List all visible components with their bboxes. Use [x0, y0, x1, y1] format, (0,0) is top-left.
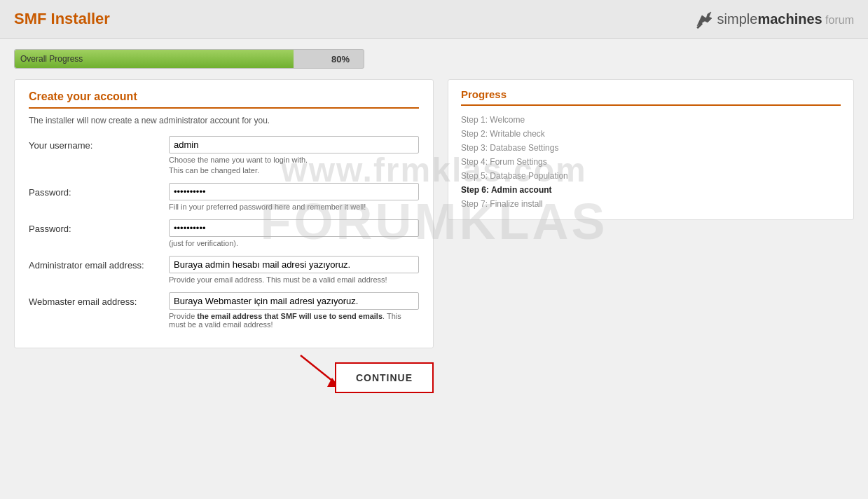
- password2-field-container: (just for verification).: [169, 219, 419, 247]
- progress-bar: Overall Progress 80%: [14, 49, 364, 69]
- password1-input[interactable]: [169, 183, 419, 200]
- step-6: Step 6: Admin account: [461, 183, 841, 197]
- two-col-layout: Create your account The installer will n…: [14, 79, 854, 400]
- step-3: Step 3: Database Settings: [461, 141, 841, 155]
- main-container: www.frmklas.com FORUMKLAS Overall Progre…: [0, 39, 868, 499]
- step-4: Step 4: Forum Settings: [461, 155, 841, 169]
- password1-field-container: Fill in your preferred password here and…: [169, 183, 419, 211]
- step-7: Step 7: Finalize install: [461, 197, 841, 211]
- admin-email-hint: Provide your email address. This must be…: [169, 275, 419, 284]
- webmaster-email-row: Webmaster email address: Provide the ema…: [29, 292, 419, 329]
- create-account-section: Create your account The installer will n…: [14, 79, 434, 348]
- progress-bar-section: Overall Progress 80%: [14, 49, 854, 69]
- step-5: Step 5: Database Population: [461, 169, 841, 183]
- password2-hint: (just for verification).: [169, 239, 419, 247]
- footer-actions: CONTINUE: [14, 362, 434, 400]
- username-input[interactable]: [169, 136, 419, 153]
- password1-label: Password:: [29, 183, 169, 198]
- svg-line-2: [301, 355, 336, 383]
- progress-label: Overall Progress: [20, 54, 83, 64]
- logo-text: simplemachines forum: [717, 11, 854, 27]
- section-title: Create your account: [29, 90, 419, 109]
- header: SMF Installer simplemachines forum: [0, 0, 868, 39]
- username-field-container: Choose the name you want to login with. …: [169, 136, 419, 175]
- webmaster-email-hint: Provide the email address that SMF will …: [169, 312, 419, 329]
- continue-button[interactable]: CONTINUE: [335, 362, 434, 393]
- app-title: SMF Installer: [14, 10, 110, 28]
- progress-percent: 80%: [331, 54, 350, 64]
- password1-row: Password: Fill in your preferred passwor…: [29, 183, 419, 211]
- username-hint2: This can be changed later.: [169, 166, 419, 175]
- password2-input[interactable]: [169, 219, 419, 237]
- svg-marker-0: [697, 12, 712, 26]
- left-column: Create your account The installer will n…: [14, 79, 434, 400]
- admin-email-input[interactable]: [169, 256, 419, 273]
- admin-email-label: Administrator email address:: [29, 256, 169, 271]
- username-label: Your username:: [29, 136, 169, 151]
- step-2: Step 2: Writable check: [461, 127, 841, 141]
- step-list: Step 1: Welcome Step 2: Writable check S…: [461, 113, 841, 211]
- webmaster-email-field-container: Provide the email address that SMF will …: [169, 292, 419, 329]
- webmaster-hint-prefix: Provide: [169, 312, 197, 320]
- admin-email-field-container: Provide your email address. This must be…: [169, 256, 419, 284]
- username-hint1: Choose the name you want to login with.: [169, 156, 419, 164]
- progress-section: Progress Step 1: Welcome Step 2: Writabl…: [448, 79, 854, 220]
- admin-email-row: Administrator email address: Provide you…: [29, 256, 419, 284]
- webmaster-hint-bold: the email address that SMF will use to s…: [197, 312, 383, 320]
- webmaster-email-label: Webmaster email address:: [29, 292, 169, 307]
- step-1: Step 1: Welcome: [461, 113, 841, 127]
- section-description: The installer will now create a new admi…: [29, 116, 419, 125]
- password1-hint: Fill in your preferred password here and…: [169, 203, 419, 211]
- password2-label: Password:: [29, 219, 169, 234]
- username-row: Your username: Choose the name you want …: [29, 136, 419, 175]
- webmaster-email-input[interactable]: [169, 292, 419, 310]
- right-column: Progress Step 1: Welcome Step 2: Writabl…: [448, 79, 854, 400]
- logo: simplemachines forum: [694, 8, 854, 29]
- progress-panel-title: Progress: [461, 88, 841, 106]
- logo-icon: [694, 8, 715, 29]
- password2-row: Password: (just for verification).: [29, 219, 419, 247]
- continue-container: CONTINUE: [335, 362, 434, 393]
